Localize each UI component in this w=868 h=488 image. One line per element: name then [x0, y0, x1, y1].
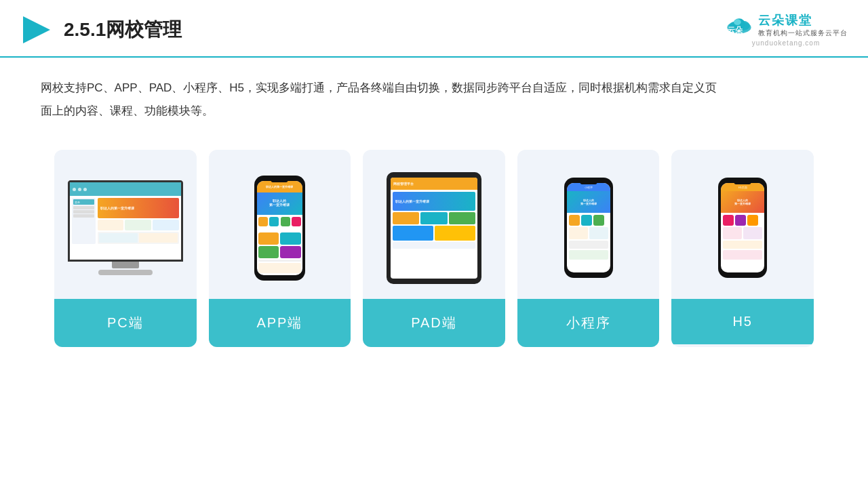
phone-notch-h5 [734, 180, 751, 184]
pc-screen: 菜单 职达人的第一堂升维课 [68, 180, 183, 262]
phone-mockup-miniprogram: 小程序 职达人的第一堂升维课 [564, 178, 613, 278]
phone-notch [271, 178, 288, 182]
description-text: 网校支持PC、APP、PAD、小程序、H5，实现多端打通，产品各终端自由切换，数… [41, 77, 719, 123]
phone-top-bar: 职达人的第一堂升维课 [257, 181, 302, 192]
play-icon [20, 14, 53, 46]
card-pad: 网校管理平台 职达人的第一堂升维课 [363, 150, 505, 347]
tablet-header: 网校管理平台 [391, 178, 477, 190]
header-left: 2.5.1网校管理 [20, 14, 182, 46]
phone-mockup-app: 职达人的第一堂升维课 职达人的第一堂升维课 [254, 176, 305, 281]
main-content: 网校支持PC、APP、PAD、小程序、H5，实现多端打通，产品各终端自由切换，数… [0, 58, 868, 361]
card-pc: 菜单 职达人的第一堂升维课 [54, 150, 197, 347]
phone-screen-h5: H5页面 职达人的第一堂升维课 [721, 183, 764, 272]
cards-container: 菜单 职达人的第一堂升维课 [41, 150, 827, 347]
tablet-body: 职达人的第一堂升维课 [391, 190, 477, 279]
pc-mockup: 菜单 职达人的第一堂升维课 [68, 180, 183, 275]
phone-notch-mini [580, 180, 597, 184]
card-image-pad: 网校管理平台 职达人的第一堂升维课 [363, 150, 505, 299]
header: 2.5.1网校管理 云朵 云朵课堂 教育机构一站式服务云平台 yunduoket… [0, 0, 868, 58]
page-title: 2.5.1网校管理 [64, 17, 182, 43]
logo-cloud: 云朵 云朵课堂 教育机构一站式服务云平台 [724, 12, 848, 38]
phone-body [257, 215, 302, 275]
phone-screen-app: 职达人的第一堂升维课 职达人的第一堂升维课 [257, 181, 302, 275]
card-image-pc: 菜单 职达人的第一堂升维课 [54, 150, 197, 299]
card-label-miniprogram: 小程序 [517, 299, 660, 347]
logo-area: 云朵 云朵课堂 教育机构一站式服务云平台 yunduoketang.com [724, 12, 848, 47]
logo-text-cn: 云朵课堂 [758, 12, 848, 28]
card-image-app: 职达人的第一堂升维课 职达人的第一堂升维课 [209, 150, 351, 299]
svg-text:云朵: 云朵 [728, 26, 743, 34]
phone-mockup-h5: H5页面 职达人的第一堂升维课 [718, 178, 767, 278]
card-image-miniprogram: 小程序 职达人的第一堂升维课 [517, 150, 660, 299]
card-label-pc: PC端 [54, 299, 197, 347]
phone-banner: 职达人的第一堂升维课 [257, 192, 302, 215]
tablet-mockup: 网校管理平台 职达人的第一堂升维课 [387, 172, 481, 284]
card-label-app: APP端 [209, 299, 351, 347]
logo-en: yunduoketang.com [752, 39, 821, 47]
tablet-banner: 职达人的第一堂升维课 [393, 192, 475, 211]
phone-screen-mini: 小程序 职达人的第一堂升维课 [567, 183, 610, 272]
tablet-screen: 网校管理平台 职达人的第一堂升维课 [391, 178, 477, 279]
logo-subtitle: 教育机构一站式服务云平台 [758, 28, 848, 38]
cloud-icon: 云朵 [724, 14, 754, 36]
card-image-h5: H5页面 职达人的第一堂升维课 [671, 150, 814, 299]
svg-marker-0 [23, 16, 50, 43]
card-label-pad: PAD端 [363, 299, 505, 347]
card-label-h5: H5 [671, 299, 814, 344]
card-h5: H5页面 职达人的第一堂升维课 [671, 150, 814, 347]
svg-point-5 [734, 19, 741, 25]
card-miniprogram: 小程序 职达人的第一堂升维课 [517, 150, 660, 347]
card-app: 职达人的第一堂升维课 职达人的第一堂升维课 [209, 150, 351, 347]
